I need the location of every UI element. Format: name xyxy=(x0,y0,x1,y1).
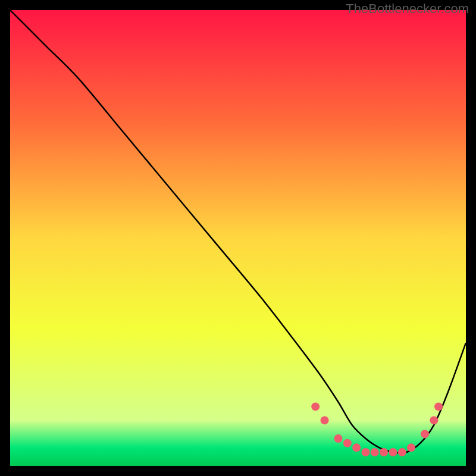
data-point-marker xyxy=(371,448,379,456)
data-point-marker xyxy=(407,443,415,452)
data-point-marker xyxy=(430,416,438,424)
data-point-marker xyxy=(398,448,406,456)
data-point-marker xyxy=(334,434,343,443)
bottleneck-curve-line xyxy=(10,10,466,453)
data-point-marker xyxy=(434,402,443,411)
data-point-marker xyxy=(311,402,320,411)
data-point-marker xyxy=(361,448,369,456)
data-point-marker xyxy=(343,439,352,447)
curve-layer xyxy=(10,10,466,466)
data-point-marker xyxy=(421,430,429,438)
data-point-marker xyxy=(380,448,388,456)
data-point-marker xyxy=(352,443,361,452)
data-point-marker xyxy=(389,448,397,456)
chart-plot-area xyxy=(10,10,466,466)
data-point-marker xyxy=(321,416,329,424)
watermark-text: TheBottlenecker.com xyxy=(346,1,469,17)
data-point-markers xyxy=(311,402,443,456)
